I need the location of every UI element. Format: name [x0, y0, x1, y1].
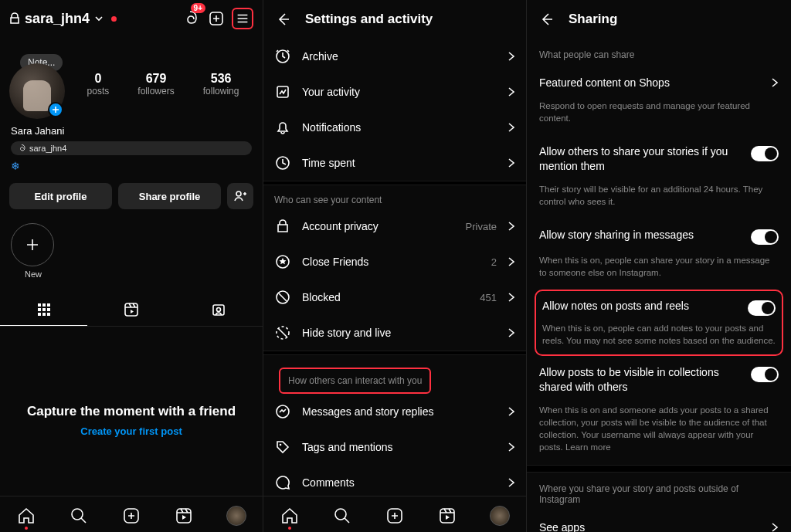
svg-rect-18	[440, 509, 454, 523]
stat-following[interactable]: 536 following	[203, 72, 239, 97]
chevron-right-icon	[771, 77, 779, 88]
nav-create[interactable]	[385, 506, 405, 526]
row-tags[interactable]: Tags and mentions	[263, 429, 526, 465]
row-notifications[interactable]: Notifications	[263, 110, 526, 145]
svg-point-4	[217, 308, 221, 312]
threads-pill[interactable]: sara_jhn4	[11, 141, 252, 155]
sharing-header: Sharing	[527, 0, 791, 39]
row-privacy[interactable]: Account privacy Private	[263, 208, 526, 244]
threads-badge: 9+	[191, 3, 205, 13]
svg-rect-2	[125, 303, 137, 316]
row-hide-story[interactable]: Hide story and live	[263, 315, 526, 351]
profile-tabs	[0, 294, 263, 327]
home-notification-dot	[25, 527, 28, 530]
row-messages[interactable]: Messages and story replies	[263, 394, 526, 429]
nav-reels[interactable]	[437, 506, 457, 526]
nav-search[interactable]	[69, 506, 89, 526]
discover-people-button[interactable]	[227, 183, 253, 209]
chevron-down-icon[interactable]	[94, 14, 104, 23]
chevron-right-icon	[508, 256, 515, 267]
activity-icon	[274, 84, 291, 100]
sharing-title: Sharing	[569, 12, 617, 27]
svg-point-16	[335, 509, 346, 520]
add-story-badge[interactable]	[48, 102, 63, 117]
section-what-share: What people can share	[527, 39, 791, 66]
svg-rect-7	[177, 509, 191, 523]
nav-home[interactable]	[16, 506, 36, 526]
back-icon[interactable]	[538, 11, 555, 28]
sharing-screen: Sharing What people can share Featured c…	[527, 0, 791, 532]
row-activity[interactable]: Your activity	[263, 74, 526, 110]
highlights-row: New	[0, 209, 263, 283]
nav-search[interactable]	[332, 506, 352, 526]
stat-followers[interactable]: 679 followers	[137, 72, 174, 97]
messenger-icon	[274, 404, 291, 419]
back-icon[interactable]	[274, 11, 291, 28]
section-visibility: Who can see your content	[263, 185, 526, 208]
display-name: Sara Jahani	[0, 119, 263, 138]
notification-dot	[111, 16, 117, 22]
nav-profile[interactable]	[490, 506, 510, 526]
blocked-icon	[274, 290, 291, 305]
highlight-notes-setting: Allow notes on posts and reels When this…	[535, 290, 783, 356]
nav-create[interactable]	[121, 506, 141, 526]
tab-grid[interactable]	[0, 294, 87, 326]
share-profile-button[interactable]: Share profile	[118, 183, 221, 209]
row-see-apps[interactable]: See apps	[527, 511, 791, 532]
chevron-right-icon	[508, 51, 515, 62]
nav-reels[interactable]	[174, 506, 194, 526]
profile-screen: sara_jhn4 9+ Note... 0 posts	[0, 0, 263, 532]
tag-icon	[274, 439, 291, 455]
svg-point-15	[280, 444, 282, 446]
comment-icon	[274, 475, 291, 490]
toggle-story-messages[interactable]	[751, 229, 779, 245]
profile-stats-row: 0 posts 679 followers 536 following	[0, 37, 263, 119]
chevron-right-icon	[771, 522, 779, 532]
menu-icon[interactable]	[232, 8, 253, 29]
edit-profile-button[interactable]: Edit profile	[9, 183, 112, 209]
chevron-right-icon	[508, 477, 515, 488]
chevron-right-icon	[508, 442, 515, 452]
chevron-right-icon	[508, 122, 515, 133]
bottom-nav	[0, 496, 263, 532]
stat-posts[interactable]: 0 posts	[87, 72, 110, 97]
row-archive[interactable]: Archive	[263, 39, 526, 74]
new-highlight-button[interactable]	[11, 223, 54, 266]
empty-state: Capture the moment with a friend Create …	[0, 404, 263, 437]
create-icon[interactable]	[205, 8, 227, 29]
svg-point-1	[236, 191, 241, 196]
chevron-right-icon	[508, 221, 515, 232]
spark-emoji: ❄	[11, 160, 252, 172]
settings-screen: Settings and activity Archive Your activ…	[263, 0, 527, 532]
nav-home[interactable]	[280, 506, 300, 526]
chevron-right-icon	[508, 158, 515, 168]
row-story-messages: Allow story sharing in messages	[527, 219, 791, 254]
nav-profile[interactable]	[226, 506, 246, 526]
row-blocked[interactable]: Blocked 451	[263, 280, 526, 315]
section-outside: Where you share your story and posts out…	[527, 473, 791, 511]
home-notification-dot	[288, 527, 291, 530]
toggle-allow-notes[interactable]	[748, 300, 776, 316]
row-close-friends[interactable]: Close Friends 2	[263, 244, 526, 280]
row-allow-mention-share: Allow others to share your stories if yo…	[527, 135, 791, 183]
chevron-right-icon	[508, 406, 515, 417]
tab-reels[interactable]	[87, 294, 175, 326]
username-label[interactable]: sara_jhn4	[25, 11, 90, 27]
avatar[interactable]	[9, 63, 65, 119]
tab-tagged[interactable]	[175, 294, 263, 326]
chevron-right-icon	[508, 86, 515, 97]
toggle-mention-share[interactable]	[751, 146, 779, 161]
create-first-post-link[interactable]: Create your first post	[0, 425, 263, 437]
bell-icon	[274, 120, 291, 135]
settings-title: Settings and activity	[305, 12, 433, 27]
row-featured-shops[interactable]: Featured content on Shops	[527, 66, 791, 100]
threads-icon[interactable]: 9+	[179, 8, 201, 29]
hide-story-icon	[274, 325, 291, 341]
toggle-collections[interactable]	[751, 367, 779, 382]
settings-header: Settings and activity	[263, 0, 526, 39]
chevron-right-icon	[508, 327, 515, 338]
row-timespent[interactable]: Time spent	[263, 145, 526, 181]
svg-point-5	[72, 509, 83, 520]
nav-avatar	[226, 506, 246, 526]
row-allow-notes: Allow notes on posts and reels	[536, 296, 782, 322]
